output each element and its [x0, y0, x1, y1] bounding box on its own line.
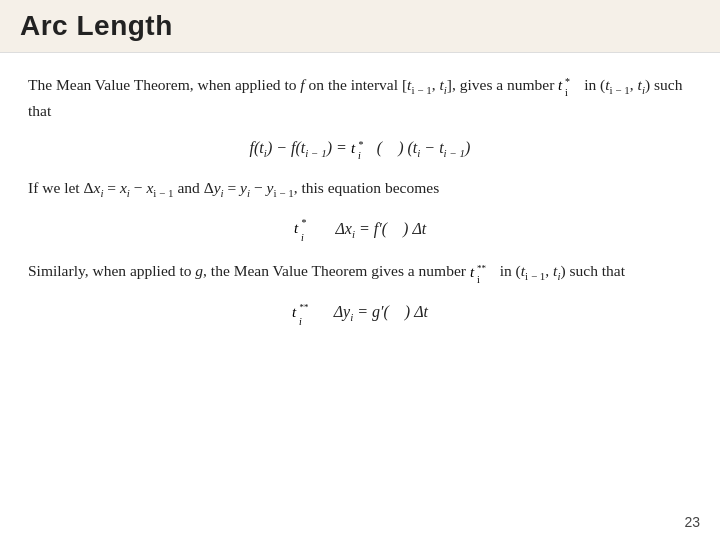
- svg-text:*: *: [565, 76, 570, 87]
- formula3-ti-star2-svg: t ** i: [292, 299, 318, 329]
- svg-text:i: i: [358, 150, 361, 161]
- svg-text:t: t: [558, 77, 563, 93]
- svg-text:t: t: [470, 264, 475, 280]
- svg-text:*: *: [301, 217, 306, 228]
- formula-2: t * i Δxi = f′( ) Δt: [28, 215, 692, 245]
- formula1-content: f(ti) − f(ti − 1) = t * i ( ) (ti − ti −…: [250, 139, 471, 156]
- svg-text:**: **: [477, 263, 487, 273]
- svg-text:t: t: [294, 220, 299, 236]
- title-bar: Arc Length: [0, 0, 720, 53]
- formula1-ti-star-svg: t * i: [351, 137, 373, 161]
- paragraph-2: If we let Δxi = xi − xi − 1 and Δyi = yi…: [28, 176, 692, 202]
- svg-text:i: i: [565, 87, 568, 98]
- svg-text:t: t: [292, 304, 297, 320]
- paragraph-3: Similarly, when applied to g, the Mean V…: [28, 259, 692, 285]
- formula3-ti-doublestar-svg: t ** i: [470, 261, 496, 285]
- para2-text: If we let Δxi = xi − xi − 1 and Δyi = yi…: [28, 179, 439, 196]
- para1-text: The Mean Value Theorem, when applied to …: [28, 76, 682, 119]
- formula2-ti-star-svg: t * i: [294, 215, 316, 245]
- page: Arc Length The Mean Value Theorem, when …: [0, 0, 720, 540]
- formula2-content: t * i Δxi = f′( ) Δt: [294, 220, 427, 237]
- formula-3: t ** i Δyi = g′( ) Δt: [28, 299, 692, 329]
- formula3-content: t ** i Δyi = g′( ) Δt: [292, 303, 428, 320]
- ti-star-svg: t * i: [558, 74, 580, 98]
- svg-text:i: i: [301, 232, 304, 243]
- svg-text:i: i: [299, 316, 302, 327]
- page-number: 23: [684, 514, 700, 530]
- para3-text: Similarly, when applied to g, the Mean V…: [28, 262, 625, 279]
- content-area: The Mean Value Theorem, when applied to …: [0, 53, 720, 353]
- paragraph-1: The Mean Value Theorem, when applied to …: [28, 73, 692, 122]
- page-title: Arc Length: [20, 10, 700, 42]
- formula-1: f(ti) − f(ti − 1) = t * i ( ) (ti − ti −…: [28, 136, 692, 162]
- svg-text:i: i: [477, 274, 480, 285]
- svg-text:t: t: [351, 140, 356, 156]
- svg-text:*: *: [358, 139, 363, 150]
- svg-text:**: **: [299, 302, 309, 312]
